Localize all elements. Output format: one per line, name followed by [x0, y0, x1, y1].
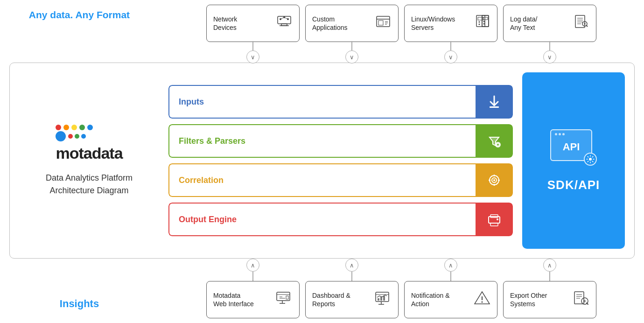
dot-orange: [63, 125, 69, 130]
inputs-label: Inputs: [168, 85, 476, 119]
filters-icon-box: [476, 124, 513, 158]
svg-point-38: [493, 179, 495, 181]
bot-connector-4: ∧: [503, 259, 596, 281]
output-label: Output Engine: [168, 203, 476, 236]
output-notification-action: Notification &Action: [404, 281, 497, 318]
main-architecture-box: motadata Data Analytics PlatformArchitec…: [9, 63, 635, 259]
svg-rect-54: [286, 296, 288, 299]
bot-connector-2: ∧: [305, 259, 399, 281]
svg-rect-61: [383, 296, 385, 301]
left-panel: motadata Data Analytics PlatformArchitec…: [19, 72, 159, 249]
sdk-api-label: SDK/API: [547, 178, 600, 192]
source-linux-windows: Linux/WindowsServers: [404, 5, 497, 42]
api-text: API: [563, 141, 580, 153]
source-network-devices: NetworkDevices: [206, 5, 300, 42]
arch-title: Data Analytics PlatformArchitecture Diag…: [46, 172, 133, 197]
svg-line-5: [280, 17, 284, 19]
pipeline-filters: Filters & Parsers: [168, 124, 513, 158]
top-sources-row: NetworkDevices CustomApplications: [9, 5, 635, 42]
dot-green2: [75, 134, 79, 139]
pipeline-correlation: Correlation: [168, 163, 513, 197]
diagram-wrapper: Any data. Any Format NetworkDevices Cust…: [9, 5, 635, 318]
bot-connector-3: ∧: [404, 259, 497, 281]
svg-point-7: [287, 18, 289, 20]
linux-windows-icon: [472, 14, 490, 33]
correlation-icon-box: [476, 163, 513, 197]
svg-point-22: [483, 23, 485, 25]
svg-line-70: [587, 303, 588, 304]
svg-point-16: [479, 21, 480, 23]
correlation-label: Correlation: [168, 163, 476, 197]
logo-text: motadata: [56, 144, 122, 162]
motadata-logo: motadata: [56, 125, 122, 162]
output-icon-box: [476, 203, 513, 236]
output-export-other: Export OtherSystems: [503, 281, 596, 318]
svg-rect-65: [574, 292, 584, 304]
dot-blue-large: [56, 131, 66, 141]
svg-point-47: [589, 158, 592, 161]
svg-rect-15: [478, 17, 483, 20]
bottom-connectors: ∧ ∧ ∧ ∧: [48, 259, 596, 281]
svg-point-46: [497, 218, 498, 220]
log-data-icon: [571, 14, 589, 33]
dot-green: [79, 125, 85, 130]
sdk-api-panel: API SDK/API: [522, 72, 625, 249]
svg-rect-59: [378, 298, 379, 301]
dot-yellow: [71, 125, 77, 130]
svg-point-17: [479, 24, 480, 25]
api-box: API: [550, 129, 592, 161]
gear-icon-overlay: [584, 153, 597, 166]
filters-label: Filters & Parsers: [168, 124, 476, 158]
connector-2: ∨: [305, 41, 399, 63]
connector-4: ∨: [503, 41, 596, 63]
svg-point-64: [482, 302, 483, 303]
dot-blue2: [81, 134, 86, 139]
output-dashboard-reports: Dashboard &Reports: [305, 281, 399, 318]
top-connectors: ∨ ∨ ∨ ∨: [48, 41, 596, 63]
connector-1: ∨: [206, 41, 300, 63]
dashboard-icon: [373, 291, 392, 308]
dot-blue1: [87, 125, 93, 130]
web-interface-icon: [274, 291, 293, 308]
svg-rect-60: [380, 297, 382, 301]
notification-icon: [472, 290, 490, 309]
api-browser-dots: [555, 133, 565, 135]
center-pipeline: Inputs Filters & Parsers: [168, 72, 513, 249]
dot-red1: [56, 125, 61, 130]
output-motadata-web: MotadataWeb Interface: [206, 281, 300, 318]
source-log-data: Log data/Any Text: [503, 5, 596, 42]
svg-rect-32: [490, 106, 499, 108]
dot-red2: [68, 134, 73, 139]
bottom-outputs-row: MotadataWeb Interface Dashboard &Reports: [9, 281, 635, 318]
api-icon-container: API: [550, 129, 597, 167]
source-custom-apps: CustomApplications: [305, 5, 399, 42]
pipeline-output: Output Engine: [168, 203, 513, 236]
svg-point-21: [483, 21, 485, 22]
connector-3: ∨: [404, 41, 497, 63]
export-icon: [571, 290, 589, 309]
inputs-icon-box: [476, 85, 513, 119]
bot-connector-1: ∧: [206, 259, 300, 281]
svg-line-29: [587, 26, 588, 27]
svg-rect-10: [378, 21, 383, 25]
pipeline-inputs: Inputs: [168, 85, 513, 119]
custom-apps-icon: [373, 14, 392, 33]
network-devices-icon: [274, 14, 293, 33]
